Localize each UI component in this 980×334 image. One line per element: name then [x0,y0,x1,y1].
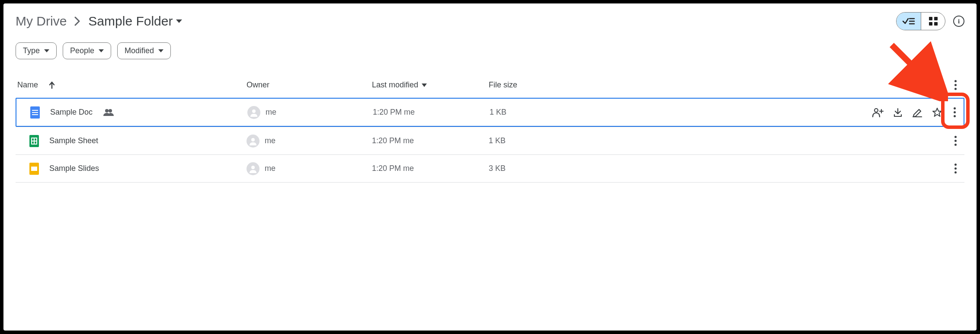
file-name-cell: Sample Doc [18,106,247,119]
file-table: Name Owner Last modified File size Sam [16,78,964,183]
table-row[interactable]: Sample Doc me 1:20 PM me 1 KB [16,98,964,127]
caret-down-icon [422,84,427,87]
caret-down-icon [44,49,49,52]
col-size[interactable]: File size [489,80,601,90]
caret-down-icon [99,49,104,52]
table-row[interactable]: Sample Slides me 1:20 PM me 3 KB [16,154,964,183]
modified-cell: 1:20 PM me [372,136,489,145]
svg-point-15 [251,166,255,169]
more-actions-button[interactable] [953,162,958,175]
owner-label: me [265,164,275,173]
more-actions-button[interactable] [953,134,958,148]
row-actions [601,134,963,148]
header: My Drive Sample Folder [16,12,964,30]
filter-type[interactable]: Type [16,42,57,59]
col-name[interactable]: Name [17,80,247,90]
filter-people[interactable]: People [63,42,111,59]
filter-modified-label: Modified [125,46,154,55]
breadcrumb-root[interactable]: My Drive [16,14,67,29]
sheets-icon [29,135,39,147]
breadcrumb-current[interactable]: Sample Folder [88,14,182,29]
size-cell: 1 KB [490,108,602,117]
file-name: Sample Sheet [49,136,98,145]
header-controls: i [896,12,964,30]
breadcrumb: My Drive Sample Folder [16,14,182,29]
row-actions [601,162,963,175]
svg-rect-3 [929,17,932,20]
owner-cell: me [247,135,372,148]
shared-icon [103,109,114,116]
chevron-right-icon [74,16,80,26]
slides-icon [29,163,39,175]
caret-down-icon [176,19,182,23]
avatar-icon [247,135,259,148]
size-cell: 3 KB [489,164,601,173]
filter-modified[interactable]: Modified [117,42,171,59]
svg-point-9 [252,109,256,113]
share-button[interactable] [872,108,884,117]
download-button[interactable] [893,108,903,117]
more-actions-button[interactable] [952,106,958,119]
svg-rect-5 [929,22,932,26]
col-modified-label: Last modified [372,80,418,90]
grid-view-button[interactable] [921,13,945,30]
owner-cell: me [247,162,372,175]
file-name: Sample Doc [50,108,93,117]
owner-label: me [265,136,275,145]
avatar-icon [247,162,259,175]
svg-point-10 [874,109,878,112]
filter-people-label: People [70,46,94,55]
table-row[interactable]: Sample Sheet me 1:20 PM me 1 KB [16,127,964,154]
info-button[interactable]: i [953,16,964,27]
rename-button[interactable] [912,108,922,117]
file-name-cell: Sample Slides [17,163,247,175]
row-actions [602,106,962,119]
arrow-up-icon [48,81,55,89]
column-settings-button[interactable] [953,78,963,92]
modified-cell: 1:20 PM me [373,108,490,117]
owner-label: me [266,108,276,117]
filter-chips: Type People Modified [16,42,964,59]
filter-type-label: Type [23,46,40,55]
col-name-label: Name [17,80,38,90]
drive-file-list: My Drive Sample Folder [3,3,977,331]
star-button[interactable] [932,107,942,118]
svg-point-14 [251,138,255,141]
svg-point-7 [105,109,109,112]
svg-rect-6 [934,22,938,26]
owner-cell: me [247,106,373,119]
svg-rect-4 [934,17,938,20]
table-header: Name Owner Last modified File size [16,78,964,98]
modified-cell: 1:20 PM me [372,164,489,173]
col-modified[interactable]: Last modified [372,80,489,90]
col-owner[interactable]: Owner [247,80,372,90]
list-view-button[interactable] [897,13,921,30]
file-name-cell: Sample Sheet [17,135,247,147]
view-toggle [896,12,945,30]
svg-point-8 [109,109,112,112]
more-vert-icon [953,78,958,92]
breadcrumb-current-label: Sample Folder [88,14,173,29]
file-name: Sample Slides [49,164,99,173]
docs-icon [30,106,40,119]
avatar-icon [247,106,260,119]
size-cell: 1 KB [489,136,601,145]
caret-down-icon [158,49,163,52]
